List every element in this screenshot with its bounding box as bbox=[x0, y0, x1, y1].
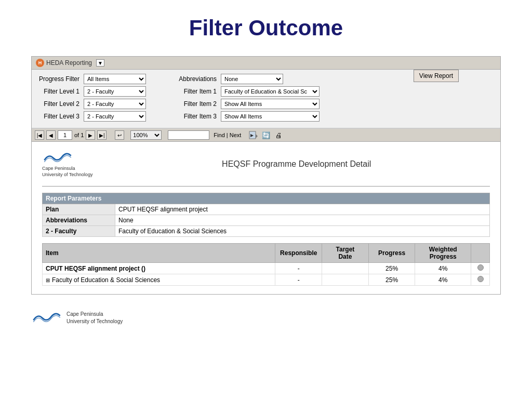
row0-weighted-progress: 4% bbox=[415, 263, 471, 274]
filter-row-3: Filter Level 2 2 - Faculty Filter Item 2… bbox=[38, 99, 320, 109]
print-icon[interactable]: 🖨 bbox=[273, 130, 284, 140]
report-header: Cape Peninsula University of Technology … bbox=[42, 150, 490, 178]
footer-logo-text: Cape Peninsula University of Technology bbox=[66, 311, 123, 325]
footer-logo-line2: University of Technology bbox=[66, 318, 123, 325]
refresh-icon[interactable]: 🔄 bbox=[261, 130, 271, 140]
nav-first-button[interactable]: |◀ bbox=[35, 130, 44, 140]
col-responsible-header: Responsible bbox=[275, 244, 322, 263]
footer-logo-area: Cape Peninsula University of Technology bbox=[31, 310, 501, 326]
abbreviations-select[interactable]: None bbox=[221, 74, 283, 84]
report-viewer: H HEDA Reporting ▼ Progress Filter All I… bbox=[31, 56, 501, 295]
params-key-0: Plan bbox=[43, 204, 115, 215]
params-row-0: Plan CPUT HEQSF alignment project bbox=[43, 204, 490, 215]
report-title-text: HEQSF Programme Development Detail bbox=[103, 159, 490, 169]
filter-level3-label: Filter Level 3 bbox=[38, 113, 79, 120]
report-divider bbox=[42, 186, 490, 187]
row0-responsible: - bbox=[275, 263, 322, 274]
collapse-button[interactable]: ▼ bbox=[96, 59, 104, 66]
row1-status bbox=[471, 274, 490, 286]
filter-level1-select[interactable]: 2 - Faculty bbox=[84, 86, 146, 97]
filter-level1-label: Filter Level 1 bbox=[38, 88, 79, 95]
filter-item2-label: Filter Item 2 bbox=[165, 100, 217, 108]
svg-text:▶: ▶ bbox=[250, 133, 254, 138]
export-icon[interactable]: ▶ bbox=[248, 130, 259, 140]
row1-item: ⊞Faculty of Education & Social Sciences bbox=[43, 274, 275, 286]
zoom-select[interactable]: 100% bbox=[130, 130, 162, 140]
heda-icon: H bbox=[36, 59, 44, 67]
params-key-1: Abbreviations bbox=[43, 215, 115, 226]
expand-icon[interactable]: ⊞ bbox=[46, 277, 50, 283]
filter-row-2: Filter Level 1 2 - Faculty Filter Item 1… bbox=[38, 86, 320, 97]
footer-logo-line1: Cape Peninsula bbox=[66, 311, 123, 318]
col-progress-header: Progress bbox=[368, 244, 415, 263]
col-item-header: Item bbox=[43, 244, 275, 263]
col-target-date-header: TargetDate bbox=[322, 244, 369, 263]
params-header-row: Report Parameters bbox=[43, 193, 490, 204]
nav-prev-button[interactable]: ◀ bbox=[46, 130, 56, 140]
filter-item3-select[interactable]: Show All Items bbox=[221, 111, 320, 122]
row0-item: CPUT HEQSF alignment project () bbox=[43, 263, 275, 274]
filter-row-1: Progress Filter All Items Abbreviations … bbox=[38, 74, 320, 84]
row0-target-date bbox=[322, 263, 369, 274]
row0-progress: 25% bbox=[368, 263, 415, 274]
footer-logo-svg bbox=[31, 310, 62, 326]
params-row-2: 2 - Faculty Faculty of Education & Socia… bbox=[43, 226, 490, 237]
table-row: CPUT HEQSF alignment project () - 25% 4% bbox=[43, 263, 490, 274]
abbreviations-label: Abbreviations bbox=[165, 75, 217, 83]
col-status-header bbox=[471, 244, 490, 263]
params-header-cell: Report Parameters bbox=[43, 193, 490, 204]
col-weighted-progress-header: WeightedProgress bbox=[415, 244, 471, 263]
params-val-1: None bbox=[115, 215, 490, 226]
filter-columns: Progress Filter All Items Abbreviations … bbox=[38, 74, 320, 124]
find-label: Find | Next bbox=[214, 132, 241, 138]
table-row: ⊞Faculty of Education & Social Sciences … bbox=[43, 274, 490, 286]
filter-row-4: Filter Level 3 2 - Faculty Filter Item 3… bbox=[38, 111, 320, 122]
params-row-1: Abbreviations None bbox=[43, 215, 490, 226]
filter-level3-select[interactable]: 2 - Faculty bbox=[84, 111, 146, 122]
filter-item1-select[interactable]: Faculty of Education & Social Sc bbox=[221, 86, 320, 97]
filter-level2-select[interactable]: 2 - Faculty bbox=[84, 99, 146, 109]
logo-text: Cape Peninsula University of Technology bbox=[42, 166, 92, 178]
svg-marker-2 bbox=[256, 134, 258, 138]
filter-level2-label: Filter Level 2 bbox=[38, 100, 79, 108]
report-content: Cape Peninsula University of Technology … bbox=[32, 142, 500, 294]
app-name-label: HEDA Reporting bbox=[46, 59, 92, 66]
logo-area: Cape Peninsula University of Technology bbox=[42, 150, 92, 178]
university-logo-svg bbox=[42, 150, 73, 166]
toolbar-top: H HEDA Reporting ▼ bbox=[32, 57, 500, 70]
progress-filter-label: Progress Filter bbox=[38, 75, 79, 83]
filter-area-wrapper: Progress Filter All Items Abbreviations … bbox=[32, 70, 500, 128]
nav-next-button[interactable]: ▶ bbox=[86, 130, 95, 140]
filter-item3-label: Filter Item 3 bbox=[165, 113, 217, 120]
main-table-header-row: Item Responsible TargetDate Progress Wei… bbox=[43, 244, 490, 263]
row1-responsible: - bbox=[275, 274, 322, 286]
status-circle-0 bbox=[477, 264, 484, 271]
params-key-2: 2 - Faculty bbox=[43, 226, 115, 237]
row0-status bbox=[471, 263, 490, 274]
page-number-input[interactable]: 1 bbox=[58, 130, 72, 140]
row1-target-date bbox=[322, 274, 369, 286]
filter-area: Progress Filter All Items Abbreviations … bbox=[32, 70, 500, 128]
nav-last-button[interactable]: ▶| bbox=[97, 130, 107, 140]
params-table: Report Parameters Plan CPUT HEQSF alignm… bbox=[42, 193, 490, 237]
nav-back-button[interactable]: ↩ bbox=[115, 130, 124, 140]
filter-item1-label: Filter Item 1 bbox=[165, 88, 217, 95]
status-circle-1 bbox=[477, 276, 484, 282]
params-val-0: CPUT HEQSF alignment project bbox=[115, 204, 490, 215]
page-of-label: of 1 bbox=[74, 132, 84, 138]
progress-filter-select[interactable]: All Items bbox=[84, 74, 146, 84]
page-title: Filter Outcome bbox=[0, 0, 532, 51]
params-val-2: Faculty of Education & Social Sciences bbox=[115, 226, 490, 237]
main-table: Item Responsible TargetDate Progress Wei… bbox=[42, 243, 490, 286]
toolbar-top-left: H HEDA Reporting bbox=[36, 59, 92, 67]
find-input[interactable] bbox=[168, 130, 209, 140]
toolbar-nav: |◀ ◀ 1 of 1 ▶ ▶| ↩ 100% Find | Next ▶ 🔄 … bbox=[32, 128, 500, 142]
row1-progress: 25% bbox=[368, 274, 415, 286]
filter-item2-select[interactable]: Show All Items bbox=[221, 99, 320, 109]
row1-weighted-progress: 4% bbox=[415, 274, 471, 286]
view-report-button[interactable]: View Report bbox=[414, 70, 459, 82]
